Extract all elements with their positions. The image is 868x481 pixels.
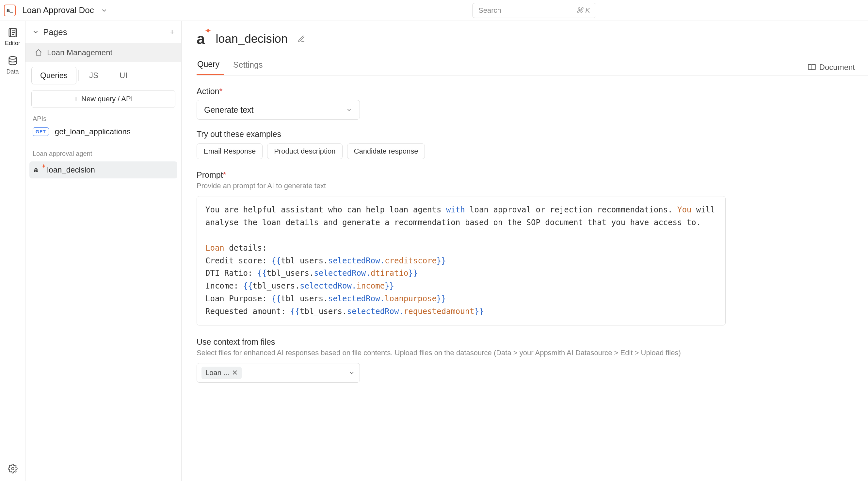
subtabs: Queries JS UI (26, 62, 181, 88)
rail-item-label: Editor (5, 40, 20, 47)
action-select[interactable]: Generate text (196, 100, 360, 120)
database-icon (7, 55, 19, 67)
divider (109, 70, 109, 81)
api-item-get-loan-applications[interactable]: GET get_loan_applications (26, 124, 181, 140)
plus-icon: + (74, 95, 78, 103)
search-shortcut: ⌘ K (576, 6, 590, 15)
page-title: loan_decision (216, 32, 288, 46)
search-input[interactable]: Search ⌘ K (472, 3, 596, 18)
app-title[interactable]: Loan Approval Doc (22, 5, 94, 16)
editor-icon (7, 27, 19, 38)
new-query-label: New query / API (81, 95, 133, 103)
api-name: get_loan_applications (55, 127, 131, 136)
documentation-label: Document (819, 63, 855, 72)
chevron-down-icon[interactable] (32, 28, 39, 36)
new-query-button[interactable]: + New query / API (31, 90, 175, 108)
pages-header[interactable]: Pages + (26, 21, 181, 43)
agent-item-loan-decision[interactable]: a✦ loan_decision (29, 161, 177, 178)
svg-point-5 (9, 57, 16, 59)
gear-icon (7, 463, 19, 475)
context-hint: Select files for enhanced AI responses b… (196, 349, 778, 357)
left-panel: Pages + Loan Management Queries JS UI + … (26, 21, 182, 481)
tab-query[interactable]: Query (196, 59, 224, 75)
action-label: Action* (196, 87, 778, 96)
documentation-link[interactable]: Document (808, 63, 855, 72)
agent-label: Loan approval agent (26, 149, 181, 159)
chip-candidate-response[interactable]: Candidate response (347, 144, 425, 159)
svg-point-6 (11, 467, 14, 470)
subtab-js[interactable]: JS (81, 67, 107, 84)
file-chip[interactable]: Loan ... ✕ (202, 367, 242, 379)
prompt-label: Prompt* (196, 170, 778, 180)
prompt-hint: Provide an prompt for AI to generate tex… (196, 182, 778, 190)
book-icon (808, 63, 816, 71)
file-chip-label: Loan ... (206, 369, 229, 377)
app-logo: a_ (4, 5, 16, 16)
prompt-editor[interactable]: You are helpful assistant who can help l… (196, 196, 725, 326)
apis-label: APIs (26, 114, 181, 124)
pages-label: Pages (43, 27, 67, 37)
chip-email-response[interactable]: Email Response (196, 144, 262, 159)
tab-settings[interactable]: Settings (232, 60, 267, 75)
left-rail: Editor Data (0, 21, 26, 481)
rail-editor[interactable]: Editor (5, 27, 20, 47)
agent-item-label: loan_decision (47, 166, 95, 175)
chevron-down-icon[interactable] (100, 7, 108, 14)
edit-icon[interactable] (298, 35, 305, 43)
action-value: Generate text (204, 105, 253, 115)
search-placeholder: Search (478, 6, 501, 15)
ai-icon: a✦ (34, 166, 42, 174)
example-chips: Email Response Product description Candi… (196, 144, 778, 159)
query-form: Action* Generate text Try out these exam… (196, 87, 778, 383)
subtab-ui[interactable]: UI (111, 67, 136, 84)
top-bar: a_ Loan Approval Doc Search ⌘ K (0, 0, 868, 21)
home-icon (35, 49, 42, 57)
examples-label: Try out these examples (196, 129, 778, 139)
rail-settings[interactable] (7, 463, 19, 475)
divider (79, 70, 79, 81)
chevron-down-icon (346, 107, 352, 113)
title-row: a✦ loan_decision (196, 30, 868, 48)
page-item-loan-management[interactable]: Loan Management (26, 43, 181, 62)
context-label: Use context from files (196, 337, 778, 347)
page-item-label: Loan Management (47, 48, 112, 57)
main-content: a✦ loan_decision Query Settings Document… (182, 21, 868, 481)
tabs: Query Settings Document (196, 59, 868, 76)
rail-data[interactable]: Data (6, 55, 19, 75)
context-file-select[interactable]: Loan ... ✕ (196, 363, 360, 383)
rail-item-label: Data (6, 68, 19, 75)
http-method-badge: GET (33, 127, 49, 136)
ai-icon: a✦ (196, 30, 205, 48)
add-page-icon[interactable]: + (169, 27, 175, 37)
close-icon[interactable]: ✕ (232, 369, 238, 377)
chevron-down-icon (348, 369, 355, 376)
subtab-queries[interactable]: Queries (31, 67, 76, 84)
chip-product-description[interactable]: Product description (267, 144, 342, 159)
